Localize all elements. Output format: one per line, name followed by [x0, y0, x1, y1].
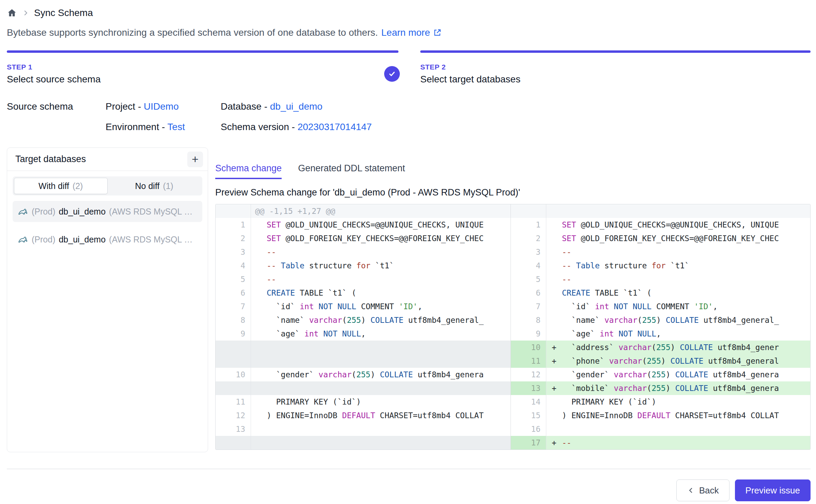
diff-row: 3-- — [216, 245, 511, 259]
diff-marker — [251, 409, 267, 422]
breadcrumb: Sync Schema — [7, 6, 811, 20]
database-link[interactable]: db_ui_demo — [270, 101, 323, 112]
diff-marker — [546, 409, 562, 422]
preview-title: Preview Schema change for 'db_ui_demo (P… — [215, 187, 811, 198]
schema-version-field: Schema version - 20230317014147 — [221, 122, 811, 132]
diff-marker — [546, 272, 562, 286]
sync-schema-page: Sync Schema Bytebase supports synchroniz… — [0, 0, 816, 504]
line-number: 16 — [511, 422, 546, 436]
diff-row: 12 `gender` varchar(255) COLLATE utf8mb4… — [511, 368, 810, 381]
step1-completed-badge — [384, 66, 400, 82]
schema-diff-table: @@ -1,15 +1,27 @@1SET @OLD_UNIQUE_CHECKS… — [215, 204, 811, 450]
diff-pane-source: @@ -1,15 +1,27 @@1SET @OLD_UNIQUE_CHECKS… — [216, 204, 511, 450]
code-line: SET @OLD_UNIQUE_CHECKS=@@UNIQUE_CHECKS, … — [562, 218, 810, 232]
line-number: 10 — [216, 368, 251, 381]
diff-row: 12) ENGINE=InnoDB DEFAULT CHARSET=utf8mb… — [216, 409, 511, 422]
code-line: PRIMARY KEY (`id`) — [562, 395, 810, 409]
diff-row: 4-- Table structure for `t1` — [216, 259, 511, 272]
line-number: 2 — [216, 232, 251, 245]
code-line — [267, 341, 511, 354]
project-link[interactable]: UIDemo — [144, 101, 179, 112]
diff-marker — [251, 313, 267, 327]
diff-marker — [546, 286, 562, 300]
schema-version-link[interactable]: 20230317014147 — [298, 122, 372, 132]
diff-marker — [546, 259, 562, 272]
preview-issue-button[interactable]: Preview issue — [735, 479, 811, 501]
tab-with-diff[interactable]: With diff (2) — [14, 178, 108, 194]
line-number: 14 — [511, 395, 546, 409]
diff-row: 1SET @OLD_UNIQUE_CHECKS=@@UNIQUE_CHECKS,… — [511, 218, 810, 232]
diff-row: 7 `id` int NOT NULL COMMENT 'ID', — [216, 300, 511, 313]
diff-row: 5-- — [511, 272, 810, 286]
line-number: 4 — [511, 259, 546, 272]
line-number: 11 — [511, 354, 546, 368]
line-number: 17 — [511, 436, 546, 450]
diff-marker — [251, 395, 267, 409]
step1-label: STEP 1 — [7, 63, 398, 71]
line-number: 5 — [511, 272, 546, 286]
diff-row: 2SET @OLD_FOREIGN_KEY_CHECKS=@@FOREIGN_K… — [511, 232, 810, 245]
add-target-database-button[interactable]: + — [187, 152, 203, 167]
diff-row: 15) ENGINE=InnoDB DEFAULT CHARSET=utf8mb… — [511, 409, 810, 422]
mysql-icon — [17, 206, 28, 217]
diff-row: 14 PRIMARY KEY (`id`) — [511, 395, 810, 409]
code-line: CREATE TABLE `t1` ( — [562, 286, 810, 300]
diff-row — [511, 204, 810, 218]
list-item-database-1[interactable]: (Prod) db_ui_demo (AWS RDS MySQL Prod) — [13, 201, 202, 222]
schema-diff-section: Schema change Generated DDL statement Pr… — [215, 147, 811, 452]
code-line: SET @OLD_UNIQUE_CHECKS=@@UNIQUE_CHECKS, … — [267, 218, 511, 232]
diff-marker — [251, 327, 267, 341]
list-item-database-2[interactable]: (Prod) db_ui_demo (AWS RDS MySQL Prod) — [13, 229, 202, 250]
line-number — [511, 204, 546, 218]
diff-row: 13 — [216, 422, 511, 436]
line-number — [216, 354, 251, 368]
diff-pane-target: 1SET @OLD_UNIQUE_CHECKS=@@UNIQUE_CHECKS,… — [511, 204, 810, 450]
line-number: 13 — [511, 381, 546, 395]
learn-more-link[interactable]: Learn more — [381, 27, 442, 38]
footer-divider — [7, 469, 811, 469]
tab-generated-ddl[interactable]: Generated DDL statement — [298, 163, 405, 179]
diff-row: 16 — [511, 422, 810, 436]
code-line: CREATE TABLE `t1` ( — [267, 286, 511, 300]
diff-row: 8 `name` varchar(255) COLLATE utf8mb4_ge… — [216, 313, 511, 327]
code-line: SET @OLD_FOREIGN_KEY_CHECKS=@@FOREIGN_KE… — [562, 232, 810, 245]
home-icon[interactable] — [7, 8, 17, 18]
diff-row: 10 `gender` varchar(255) COLLATE utf8mb4… — [216, 368, 511, 381]
back-button[interactable]: Back — [676, 479, 729, 501]
diff-marker — [546, 368, 562, 381]
diff-row: 17+-- — [511, 436, 810, 450]
code-line — [267, 436, 511, 450]
diff-row — [216, 436, 511, 450]
line-number: 1 — [511, 218, 546, 232]
external-link-icon — [433, 28, 442, 37]
diff-marker — [546, 313, 562, 327]
page-description: Bytebase supports synchronizing a specif… — [7, 27, 811, 38]
chevron-left-icon — [687, 486, 695, 494]
line-number: 12 — [511, 368, 546, 381]
code-line — [267, 354, 511, 368]
tab-no-diff[interactable]: No diff (1) — [108, 178, 201, 194]
main-area: Target databases + With diff (2) No diff… — [7, 147, 811, 452]
diff-marker — [251, 218, 267, 232]
line-number: 10 — [511, 341, 546, 354]
code-line: `mobile` varchar(255) COLLATE utf8mb4_ge… — [562, 381, 810, 395]
code-line: `id` int NOT NULL COMMENT 'ID', — [267, 300, 511, 313]
line-number: 7 — [511, 300, 546, 313]
diff-row: 11 PRIMARY KEY (`id`) — [216, 395, 511, 409]
diff-marker — [546, 218, 562, 232]
diff-row: 4-- Table structure for `t1` — [511, 259, 810, 272]
environment-link[interactable]: Test — [168, 122, 185, 132]
line-number: 6 — [511, 286, 546, 300]
diff-row: 13+ `mobile` varchar(255) COLLATE utf8mb… — [511, 381, 810, 395]
diff-marker — [546, 300, 562, 313]
no-diff-count: (1) — [163, 181, 173, 191]
code-line: `age` int NOT NULL, — [267, 327, 511, 341]
tab-schema-change[interactable]: Schema change — [215, 163, 282, 179]
line-number: 3 — [216, 245, 251, 259]
diff-marker — [251, 341, 267, 354]
diff-marker: + — [546, 354, 562, 368]
code-line — [267, 381, 511, 395]
diff-row: @@ -1,15 +1,27 @@ — [216, 204, 511, 218]
code-line: -- Table structure for `t1` — [562, 259, 810, 272]
code-line: SET @OLD_FOREIGN_KEY_CHECKS=@@FOREIGN_KE… — [267, 232, 511, 245]
